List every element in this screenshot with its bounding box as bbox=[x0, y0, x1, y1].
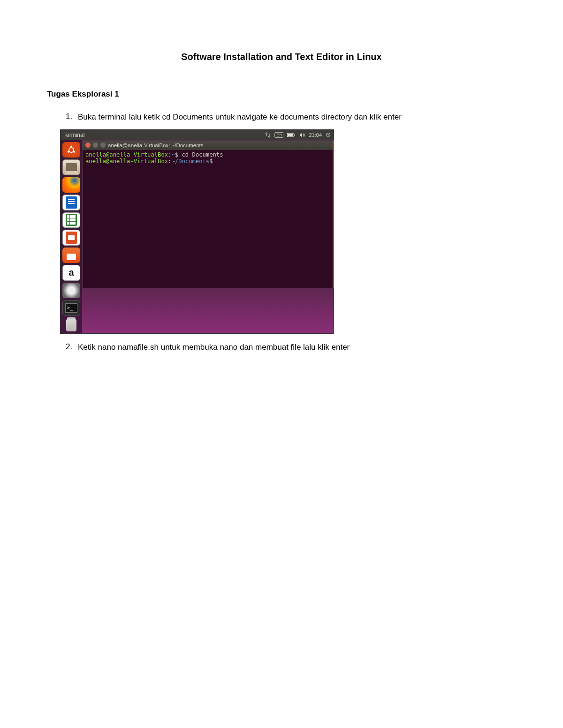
libreoffice-writer-icon[interactable] bbox=[62, 195, 80, 210]
step-text: Ketik nano namafile.sh untuk membuka nan… bbox=[78, 342, 516, 353]
disc-icon[interactable] bbox=[62, 283, 80, 298]
volume-icon[interactable] bbox=[299, 132, 305, 138]
svg-point-7 bbox=[73, 150, 75, 152]
files-icon[interactable] bbox=[62, 159, 80, 175]
libreoffice-calc-icon[interactable] bbox=[62, 212, 80, 228]
battery-icon[interactable] bbox=[287, 133, 296, 137]
terminal-line: anella@anella-VirtualBox:~$ cd Documents bbox=[85, 151, 330, 158]
step-number: 2. bbox=[66, 342, 78, 352]
svg-point-8 bbox=[68, 150, 69, 152]
terminal-line: anella@anella-VirtualBox:~/Documents$ bbox=[85, 158, 330, 165]
step-list-cont: 2. Ketik nano namafile.sh untuk membuka … bbox=[47, 342, 516, 353]
menubar: Terminal En 21:04 bbox=[61, 130, 334, 140]
ubuntu-software-icon[interactable] bbox=[62, 248, 80, 263]
active-app-name: Terminal bbox=[63, 132, 84, 138]
indicator-area: En 21:04 bbox=[265, 132, 331, 138]
step-list: 1. Buka terminal lalu ketik cd Documents… bbox=[47, 112, 516, 123]
doc-title: Software Installation and Text Editor in… bbox=[47, 52, 516, 62]
terminal-title-text: anella@anella-VirtualBox: ~/Documents bbox=[108, 143, 204, 148]
prompt-dollar: $ bbox=[209, 158, 213, 165]
input-language-indicator[interactable]: En bbox=[274, 132, 283, 138]
svg-rect-1 bbox=[288, 134, 293, 136]
step-item: 2. Ketik nano namafile.sh untuk membuka … bbox=[66, 342, 516, 353]
unity-launcher: a >_ bbox=[61, 140, 82, 333]
prompt-path: ~ bbox=[171, 151, 175, 158]
step-text: Buka terminal lalu ketik cd Documents un… bbox=[78, 112, 516, 123]
prompt-user: anella@anella-VirtualBox bbox=[85, 158, 168, 165]
amazon-icon[interactable]: a bbox=[62, 265, 80, 281]
svg-rect-2 bbox=[294, 134, 295, 135]
ubuntu-screenshot: Terminal En 21:04 bbox=[60, 129, 334, 334]
step-item: 1. Buka terminal lalu ketik cd Documents… bbox=[66, 112, 516, 123]
desktop-wallpaper bbox=[82, 288, 334, 333]
settings-gear-icon[interactable] bbox=[326, 132, 331, 137]
section-heading: Tugas Eksplorasi 1 bbox=[47, 90, 516, 99]
svg-point-5 bbox=[69, 148, 74, 152]
step-number: 1. bbox=[66, 112, 78, 121]
terminal-launcher-icon[interactable]: >_ bbox=[62, 300, 80, 316]
prompt-user: anella@anella-VirtualBox bbox=[85, 151, 168, 158]
dash-icon[interactable] bbox=[62, 142, 80, 158]
clock[interactable]: 21:04 bbox=[309, 132, 322, 138]
prompt-path: ~/Documents bbox=[171, 158, 209, 165]
command-text: cd Documents bbox=[178, 151, 223, 158]
terminal-body[interactable]: anella@anella-VirtualBox:~$ cd Documents… bbox=[83, 150, 333, 166]
network-icon[interactable] bbox=[265, 132, 271, 138]
trash-icon[interactable] bbox=[62, 318, 80, 333]
terminal-titlebar[interactable]: anella@anella-VirtualBox: ~/Documents bbox=[83, 141, 333, 150]
firefox-icon[interactable] bbox=[62, 177, 80, 193]
svg-point-6 bbox=[70, 145, 72, 147]
maximize-icon[interactable] bbox=[100, 143, 106, 148]
minimize-icon[interactable] bbox=[93, 143, 98, 148]
close-icon[interactable] bbox=[85, 143, 91, 148]
libreoffice-impress-icon[interactable] bbox=[62, 230, 80, 246]
svg-point-4 bbox=[327, 135, 328, 135]
terminal-window[interactable]: anella@anella-VirtualBox: ~/Documents an… bbox=[82, 140, 334, 288]
